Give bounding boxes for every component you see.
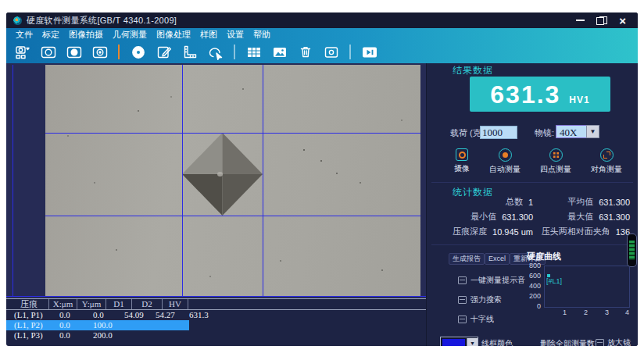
camera-icon — [456, 148, 468, 161]
level-gauge-indicator — [627, 234, 637, 267]
magnifier-icon — [596, 339, 604, 346]
table-cell: (L1, P3) — [6, 330, 53, 341]
data-table-icon — [246, 45, 262, 60]
four-point-measure-button[interactable]: 四点测量 — [540, 148, 571, 175]
image-gallery-button[interactable] — [270, 43, 289, 61]
toolbar-separator — [349, 45, 351, 59]
measure-line-horizontal-bottom[interactable] — [45, 216, 420, 216]
diagonal-measure-button[interactable]: 对角测量 — [591, 148, 622, 175]
menu-item-help[interactable]: 帮助 — [249, 29, 275, 41]
edit-note-icon — [156, 45, 172, 60]
stat-value: 10.945 um — [492, 227, 533, 237]
beep-toggle[interactable]: 一键测量提示音 — [458, 275, 525, 286]
measure-line-horizontal-top[interactable] — [45, 133, 420, 134]
capture-mode-button[interactable] — [13, 43, 32, 61]
chart-title: 硬度曲线 — [527, 251, 561, 262]
table-row-selected[interactable]: (L1, P2) 0.0 100.0 — [6, 320, 189, 330]
menu-item-settings[interactable]: 设置 — [222, 29, 249, 41]
checkbox-icon[interactable] — [458, 276, 467, 284]
delete-button[interactable] — [295, 43, 315, 61]
menu-item-sample-image[interactable]: 样图 — [195, 29, 222, 41]
header-y: Y:μm — [77, 299, 106, 309]
x-tick-label: 3 — [605, 308, 609, 316]
table-cell: (L1, P2) — [6, 320, 53, 330]
table-cell: 0.0 — [53, 330, 87, 341]
lasso-icon — [207, 45, 224, 60]
delete-all-data-button[interactable]: 删除全部测量数据 — [540, 338, 603, 346]
auto-measure-button[interactable]: 自动测量 — [489, 148, 521, 175]
table-row[interactable]: (L1, P1) 0.0 0.0 54.09 54.27 631.3 — [6, 310, 189, 320]
capture-action-button[interactable]: 摄像 — [454, 148, 470, 175]
y-tick-label: 600 — [525, 272, 541, 280]
y-tick-label: 200 — [525, 292, 541, 300]
menu-item-geometric-measure[interactable]: 几何测量 — [108, 29, 152, 41]
table-cell: 0.0 — [53, 310, 87, 320]
line-color-select[interactable]: ▼ — [440, 337, 478, 346]
table-cell — [185, 330, 214, 341]
right-panel: 结果数据 631.3 HV1 载荷 (克): 物镜: 40X ▼ 摄像 自动测量… — [426, 63, 638, 346]
toggle-label: 强力搜索 — [470, 294, 502, 305]
camera-button[interactable] — [38, 43, 58, 61]
ruler-button[interactable] — [180, 43, 199, 61]
action-label: 对角测量 — [591, 164, 622, 175]
generate-report-button[interactable]: 生成报告 — [449, 253, 485, 265]
menu-item-image-capture[interactable]: 图像拍摄 — [64, 29, 108, 41]
action-label: 四点测量 — [540, 164, 571, 175]
trash-icon — [298, 45, 313, 60]
measure-line-vertical-right[interactable] — [263, 65, 263, 296]
measure-line-vertical-left[interactable] — [182, 65, 183, 296]
restore-button[interactable] — [596, 16, 607, 25]
data-table-button[interactable] — [244, 43, 263, 61]
diagonal-measure-icon — [600, 148, 614, 162]
minimize-button[interactable] — [576, 20, 585, 21]
action-button-row: 摄像 自动测量 四点测量 对角测量 — [454, 148, 622, 175]
close-button[interactable]: × — [619, 16, 626, 25]
toolbar — [6, 41, 638, 63]
menu-item-calibration[interactable]: 标定 — [38, 29, 64, 41]
checkbox-icon[interactable] — [458, 296, 467, 304]
action-label: 摄像 — [454, 163, 470, 174]
snapshot-button[interactable] — [64, 43, 84, 61]
table-cell: 631.3 — [185, 310, 214, 320]
section-divider — [431, 244, 633, 245]
table-cell — [149, 330, 185, 341]
crosshair-toggle[interactable]: 十字线 — [458, 314, 494, 325]
window-title: 硬度软件测量系统[GB/T 4340.1-2009] — [27, 15, 177, 27]
chevron-down-icon[interactable]: ▼ — [586, 125, 599, 138]
table-cell: 100.0 — [87, 320, 121, 330]
menu-item-image-processing[interactable]: 图像处理 — [152, 29, 195, 41]
vickers-indentation — [182, 133, 263, 216]
table-cell: 200.0 — [87, 330, 121, 341]
measure-point-button[interactable] — [128, 43, 148, 61]
lasso-button[interactable] — [206, 43, 225, 61]
data-point-label: [#L1] — [546, 277, 562, 285]
checkbox-icon[interactable] — [458, 316, 467, 323]
step-run-button[interactable] — [360, 43, 379, 61]
roi-border-left — [13, 65, 13, 296]
action-label: 自动测量 — [489, 164, 521, 175]
line-color-label: 线框颜色 — [481, 338, 513, 346]
power-search-toggle[interactable]: 强力搜索 — [458, 294, 502, 305]
table-row[interactable]: (L1, P3) 0.0 200.0 — [6, 330, 189, 341]
snapshot-icon — [66, 45, 82, 60]
magnifier-button[interactable]: 放大镜 — [596, 337, 631, 346]
statistics-grid: 总数1 平均值631.300 最小值631.300 最大值631.300 压痕深… — [435, 194, 630, 239]
load-input[interactable] — [480, 126, 517, 139]
header-d1: D1 — [106, 299, 132, 309]
header-x: X:μm — [49, 299, 77, 309]
record-button[interactable] — [321, 43, 341, 61]
excel-export-button[interactable]: Excel — [485, 253, 510, 265]
microscope-image — [45, 65, 420, 296]
menu-item-file[interactable]: 文件 — [11, 29, 38, 41]
chevron-down-icon[interactable]: ▼ — [467, 338, 478, 346]
x-tick-label: 4 — [625, 308, 629, 316]
hardness-result-display: 631.3 HV1 — [470, 77, 610, 112]
table-cell: (L1, P1) — [6, 310, 53, 320]
camera-icon — [41, 45, 56, 60]
live-view-button[interactable] — [90, 43, 109, 61]
stat-label: 平均值 — [533, 196, 593, 208]
stat-label: 最小值 — [435, 211, 496, 223]
edit-note-button[interactable] — [154, 43, 174, 61]
objective-select[interactable]: 40X ▼ — [556, 125, 599, 138]
menu-bar: 文件 标定 图像拍摄 几何测量 图像处理 样图 设置 帮助 — [6, 28, 638, 41]
